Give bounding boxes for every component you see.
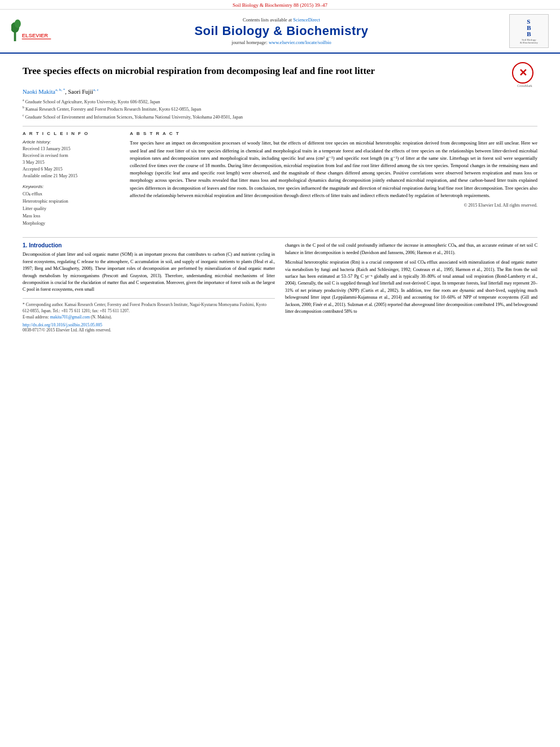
history-label: Article history: xyxy=(23,139,119,145)
body-section: 1. Introduction Decomposition of plant l… xyxy=(23,242,537,332)
affiliation-b: b Kansai Research Center, Forestry and F… xyxy=(23,105,537,113)
intro-para-1: Decomposition of plant litter and soil o… xyxy=(23,251,275,293)
intro-para-3: Microbial heterotrophic respiration (Rm)… xyxy=(285,259,537,315)
available-date: Available online 21 May 2015 xyxy=(23,173,119,180)
article-content: Tree species effects on microbial respir… xyxy=(0,54,560,344)
keyword-2: Litter quality xyxy=(23,206,119,213)
journal-citation-bar: Soil Biology & Biochemistry 88 (2015) 39… xyxy=(0,0,560,10)
article-title: Tree species effects on microbial respir… xyxy=(23,65,375,77)
sbb-logo-container: SBB Soil Biology& Biochemistry xyxy=(506,14,549,48)
crossmark-label: CrossMark xyxy=(512,84,537,88)
affiliation-a: a Graduate School of Agriculture, Kyoto … xyxy=(23,98,537,106)
footnotes: * Corresponding author. Kansai Research … xyxy=(23,298,275,333)
abstract-text: Tree species have an impact on decomposi… xyxy=(130,139,537,199)
journal-header: ELSEVIER Contents lists available at Sci… xyxy=(0,10,560,54)
body-left-text: Decomposition of plant litter and soil o… xyxy=(23,251,275,293)
divider xyxy=(23,237,537,238)
citation-text: Soil Biology & Biochemistry 88 (2015) 39… xyxy=(233,2,327,8)
journal-homepage: journal homepage: www.elsevier.com/locat… xyxy=(56,40,506,45)
abstract-col: A B S T R A C T Tree species have an imp… xyxy=(130,131,537,231)
abstract-paragraph: Tree species have an impact on decomposi… xyxy=(130,139,537,199)
keywords-group: Keywords: CO₂ efflux Heterotrophic respi… xyxy=(23,184,119,227)
article-history: Article history: Received 13 January 201… xyxy=(23,139,119,180)
keyword-1: Heterotrophic respiration xyxy=(23,198,119,206)
elsevier-logo: ELSEVIER xyxy=(11,16,56,46)
body-right-text: changes in the C pool of the soil could … xyxy=(285,242,537,315)
svg-rect-4 xyxy=(22,39,51,40)
received-revised-label: Received in revised form xyxy=(23,152,119,159)
info-abstract-row: A R T I C L E I N F O Article history: R… xyxy=(23,126,537,231)
body-left-col: 1. Introduction Decomposition of plant l… xyxy=(23,242,275,332)
received-date: Received 13 January 2015 xyxy=(23,146,119,152)
sbb-logo: SBB Soil Biology& Biochemistry xyxy=(509,14,549,48)
received-revised-date: 3 May 2015 xyxy=(23,159,119,166)
section1-title: 1. Introduction xyxy=(23,242,275,248)
keyword-3: Mass loss xyxy=(23,213,119,220)
journal-center-block: Contents lists available at ScienceDirec… xyxy=(56,17,506,45)
email-suffix: (N. Makita). xyxy=(91,314,112,320)
article-info-col: A R T I C L E I N F O Article history: R… xyxy=(23,131,119,231)
svg-point-2 xyxy=(15,20,21,28)
corresponding-author: * Corresponding author. Kansai Research … xyxy=(23,302,275,314)
sciencedirect-link[interactable]: ScienceDirect xyxy=(293,17,320,23)
crossmark-container: ✕ CrossMark xyxy=(512,62,537,88)
authors: Naoki Makitaa, b, *, Saori Fujiia, c xyxy=(23,88,537,95)
issn-text: 0038-0717/© 2015 Elsevier Ltd. All right… xyxy=(23,327,275,333)
svg-rect-0 xyxy=(14,32,16,41)
doi-link[interactable]: http://dx.doi.org/10.1016/j.soilbio.2015… xyxy=(23,322,275,327)
email-line: E-mail address: makita701@gmail.com (N. … xyxy=(23,314,275,320)
accepted-date: Accepted 6 May 2015 xyxy=(23,166,119,173)
intro-para-2: changes in the C pool of the soil could … xyxy=(285,242,537,256)
abstract-heading: A B S T R A C T xyxy=(130,131,537,136)
keywords-label: Keywords: xyxy=(23,184,119,189)
copyright: © 2015 Elsevier Ltd. All rights reserved… xyxy=(130,203,537,208)
keyword-4: Morphology xyxy=(23,220,119,228)
svg-text:ELSEVIER: ELSEVIER xyxy=(22,33,49,38)
affiliations: a Graduate School of Agriculture, Kyoto … xyxy=(23,98,537,121)
email-link[interactable]: makita701@gmail.com xyxy=(50,314,90,320)
journal-title: Soil Biology & Biochemistry xyxy=(56,24,506,38)
crossmark-icon[interactable]: ✕ xyxy=(512,62,533,84)
email-label: E-mail address: xyxy=(23,314,49,320)
body-right-col: changes in the C pool of the soil could … xyxy=(285,242,537,332)
contents-available: Contents lists available at ScienceDirec… xyxy=(56,17,506,23)
keyword-0: CO₂ efflux xyxy=(23,191,119,198)
title-row: Tree species effects on microbial respir… xyxy=(23,59,537,88)
affiliation-c: c Graduate School of Environment and Inf… xyxy=(23,113,537,121)
article-info-heading: A R T I C L E I N F O xyxy=(23,131,119,136)
homepage-link[interactable]: www.elsevier.com/locate/soilbio xyxy=(269,40,331,45)
author1-link[interactable]: Naoki Makita xyxy=(23,89,55,95)
